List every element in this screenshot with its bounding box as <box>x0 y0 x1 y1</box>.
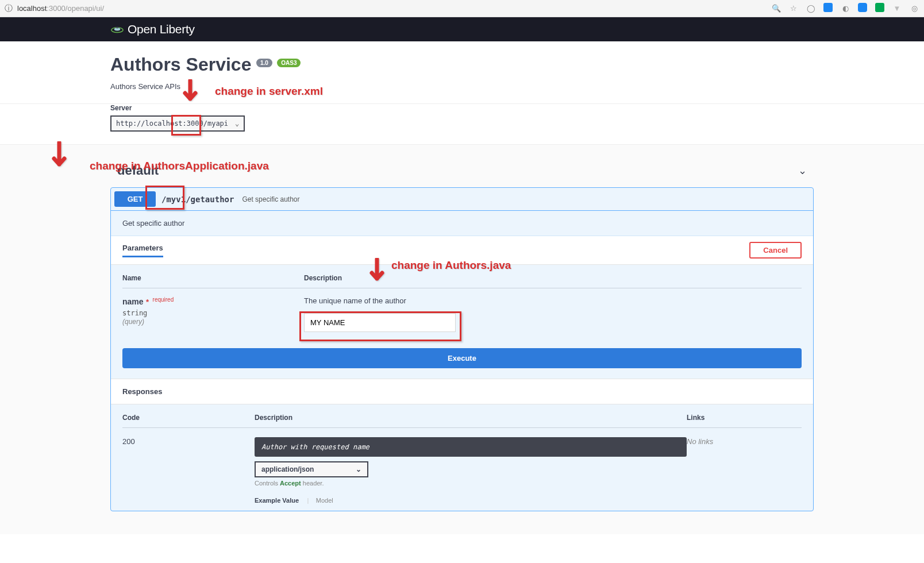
profile-icon[interactable]: ◎ <box>909 4 919 13</box>
operation-summary-text: Get specific author <box>242 195 299 203</box>
circle-icon[interactable]: ◯ <box>806 4 816 13</box>
responses-header: Responses <box>111 379 813 404</box>
zoom-blue-icon[interactable] <box>857 3 868 14</box>
operations-area: change in AuthorsApplication.java defaul… <box>0 145 924 534</box>
info-icon: ⓘ <box>5 3 13 14</box>
operation-description: Get specific author <box>111 211 813 236</box>
response-links: No links <box>687 437 802 505</box>
response-desc-box: Author with requested name <box>255 437 687 457</box>
parameters-table: change in Authors.java Name Description … <box>111 265 813 348</box>
annotation-arrow-2 <box>51 141 68 176</box>
zoom-icon[interactable]: 🔍 <box>771 4 781 13</box>
chevron-down-icon: ⌄ <box>798 164 807 177</box>
operation-block: GET /myv1/getauthor Get specific author … <box>110 187 814 511</box>
browser-address-bar: ⓘ localhost:3000/openapi/ui/ 🔍 ☆ ◯ ◐ ▼ ◎ <box>0 0 924 17</box>
param-location: (query) <box>122 318 304 326</box>
chevron-down-icon: ⌄ <box>356 465 361 473</box>
media-hint: Controls Accept header. <box>255 480 687 487</box>
server-block: Server http://localhost:3000/myapi ⌄ <box>0 104 924 145</box>
url-port: :3000 <box>47 4 66 13</box>
open-liberty-logo-icon <box>110 22 124 36</box>
operation-summary[interactable]: GET /myv1/getauthor Get specific author <box>111 188 813 211</box>
param-type: string <box>122 309 304 317</box>
tag-name: default <box>117 163 159 178</box>
api-description: Authors Service APIs <box>110 82 814 91</box>
resp-head-code: Code <box>122 414 255 422</box>
example-tabs: Example Value | Model <box>255 495 687 505</box>
response-row: 200 Author with requested name applicati… <box>122 428 802 505</box>
star-icon[interactable]: ☆ <box>788 4 799 13</box>
cancel-button[interactable]: Cancel <box>749 242 802 259</box>
server-label: Server <box>110 104 814 112</box>
url-path: /openapi/ui/ <box>66 4 104 13</box>
parameters-header: Parameters Cancel <box>111 236 813 265</box>
svg-point-2 <box>116 27 119 29</box>
resp-head-links: Links <box>687 414 802 422</box>
param-head-name: Name <box>122 274 304 282</box>
annotation-box-1 <box>171 115 201 136</box>
tag-header[interactable]: default ⌄ <box>110 156 814 185</box>
media-type-select[interactable]: application/json ⌄ <box>255 461 368 477</box>
param-star: * <box>146 298 149 306</box>
responses-table: Code Description Links 200 Author with r… <box>111 404 813 511</box>
green-icon[interactable] <box>875 3 885 14</box>
tab-example-value[interactable]: Example Value <box>255 497 305 504</box>
version-badge: 1.0 <box>256 59 272 67</box>
media-value: application/json <box>261 465 314 473</box>
chevron-down-icon: ⌄ <box>235 119 239 128</box>
param-head-desc: Description <box>304 274 802 282</box>
parameters-tab[interactable]: Parameters <box>122 244 163 257</box>
resp-head-desc: Description <box>255 414 687 422</box>
execute-button[interactable]: Execute <box>122 348 802 368</box>
param-required: required <box>153 296 174 303</box>
annotation-box-3 <box>299 311 461 341</box>
url-host: localhost <box>17 4 47 13</box>
brand-text: Open Liberty <box>128 22 195 36</box>
globe-icon[interactable]: ◐ <box>840 4 850 13</box>
response-code: 200 <box>122 437 255 505</box>
browser-right-icons: 🔍 ☆ ◯ ◐ ▼ ◎ <box>771 3 919 14</box>
monitor-icon[interactable] <box>823 3 833 14</box>
api-title: Authors Service <box>110 54 251 75</box>
top-header: Open Liberty <box>0 17 924 41</box>
api-info-block: Authors Service 1.0 OAS3 Authors Service… <box>0 41 924 104</box>
param-name: name <box>122 297 144 306</box>
param-row: name * required string (query) The uniqu… <box>122 288 802 332</box>
oas-badge: OAS3 <box>277 59 301 67</box>
param-description: The unique name of the author <box>304 296 802 305</box>
tab-model[interactable]: Model <box>316 497 339 504</box>
chevron-icon[interactable]: ▼ <box>892 4 902 13</box>
annotation-box-2 <box>145 186 184 210</box>
